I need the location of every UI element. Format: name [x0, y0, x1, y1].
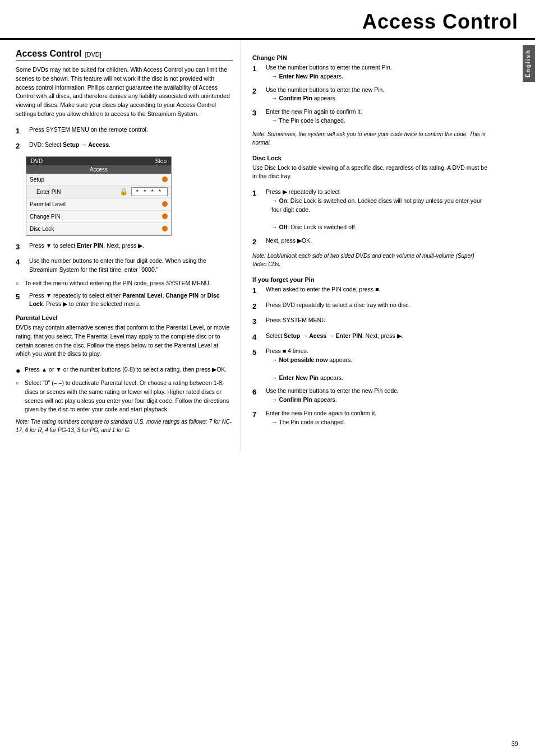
forget-pin-step-1: 1 When asked to enter the PIN code, pres… — [252, 285, 488, 296]
bullet-parental-2-symbol: ○ — [16, 379, 25, 388]
disc-lock-note: Note: Lock/unlock each side of two sided… — [252, 252, 488, 268]
forget-pin-step-2-text: Press DVD repeatedly to select a disc tr… — [266, 301, 488, 312]
left-column: Access Control [DVD] Some DVDs may not b… — [0, 40, 241, 451]
screen-row-parental: Parental Level — [26, 198, 171, 211]
disc-lock-step-2-text: Next, press ▶OK. — [266, 236, 488, 248]
screen-stop-label: Stop — [155, 158, 167, 164]
section-heading: Access Control [DVD] — [16, 49, 233, 61]
forget-pin-step-6: 6 Use the number buttons to enter the ne… — [252, 387, 488, 405]
bullet-parental-1-text: Press ▲ or ▼ or the number buttons (0-8)… — [25, 365, 233, 374]
step-4-num: 4 — [16, 257, 26, 275]
step-2-num: 2 — [16, 141, 26, 152]
step-3-text: Press ▼ to select Enter PIN. Next, press… — [29, 242, 233, 253]
arrow-disc-on: → On: Disc Lock is switched on. Locked d… — [266, 197, 488, 215]
arrow-pin-changed-1: → The Pin code is changed. — [266, 117, 488, 126]
change-pin-step-3-text: Enter the new Pin again to confirm it. →… — [266, 108, 488, 126]
forget-pin-step-7-text: Enter the new Pin code again to confirm … — [266, 409, 488, 427]
intro-paragraph: Some DVDs may not be suited for children… — [16, 66, 233, 119]
screen-disc-lock-label: Disc Lock — [30, 226, 160, 232]
arrow-enter-new-pin-2: → Enter New Pin appears. — [266, 374, 488, 383]
step-4: 4 Use the number buttons to enter the fo… — [16, 257, 233, 275]
forget-pin-step-3-text: Press SYSTEM MENU. — [266, 316, 488, 327]
forget-pin-title: If you forget your Pin — [252, 276, 488, 283]
arrow-not-possible: → Not possible now appears. — [266, 356, 488, 365]
change-pin-section: Change PIN 1 Use the number buttons to e… — [252, 54, 488, 147]
screen-setup-label: Setup — [30, 177, 160, 183]
forget-pin-step-4-num: 4 — [252, 332, 262, 343]
disc-lock-section: Disc Lock Use Disc Lock to disable viewi… — [252, 155, 488, 269]
page-title: Access Control — [0, 10, 518, 34]
screen-parental-dot — [162, 201, 168, 207]
screen-setup-dot — [162, 177, 168, 182]
step-5-num: 5 — [16, 291, 26, 309]
step-3: 3 Press ▼ to select Enter PIN. Next, pre… — [16, 242, 233, 253]
change-pin-step-3: 3 Enter the new Pin again to confirm it.… — [252, 108, 488, 126]
language-label: English — [523, 45, 535, 82]
change-pin-step-1-text: Use the number buttons to enter the curr… — [266, 63, 488, 81]
parental-level-note: Note: The rating numbers compare to stan… — [16, 418, 233, 434]
screen-pin-dots: * * * * — [131, 187, 168, 196]
disc-lock-step-2-num: 2 — [252, 236, 262, 248]
arrow-enter-new-pin: → Enter New Pin appears. — [266, 72, 488, 81]
bullet-exit-symbol: ○ — [16, 279, 25, 288]
bullet-parental-2-text: Select "0" (– –) to deactivate Parental … — [25, 379, 233, 414]
screen-diagram: DVD Stop Access Setup Enter PIN 🔒 * * * … — [26, 156, 172, 236]
forget-pin-step-1-text: When asked to enter the PIN code, press … — [266, 285, 488, 296]
screen-change-pin-label: Change PIN — [30, 214, 160, 220]
page-number: 39 — [511, 740, 518, 747]
screen-top-bar: DVD Stop — [26, 157, 171, 165]
change-pin-title: Change PIN — [252, 54, 488, 61]
page-header: Access Control — [0, 0, 535, 40]
forget-pin-step-5-num: 5 — [252, 347, 262, 382]
change-pin-note: Note: Sometimes, the system will ask you… — [252, 130, 488, 147]
arrow-confirm-pin-1: → Confirm Pin appears. — [266, 94, 488, 103]
change-pin-step-3-num: 3 — [252, 108, 262, 126]
screen-enter-pin-label: Enter PIN — [30, 189, 119, 195]
change-pin-step-2: 2 Use the number buttons to enter the ne… — [252, 86, 488, 104]
forget-pin-step-3-num: 3 — [252, 316, 262, 327]
step-3-num: 3 — [16, 242, 26, 253]
screen-menu-bar: Access — [26, 165, 171, 174]
step-4-text: Use the number buttons to enter the four… — [29, 257, 233, 275]
parental-level-section: Parental Level DVDs may contain alternat… — [16, 314, 233, 434]
change-pin-step-1-num: 1 — [252, 63, 262, 81]
screen-parental-label: Parental Level — [30, 201, 160, 207]
disc-lock-title: Disc Lock — [252, 155, 488, 161]
arrow-disc-off: → Off: Disc Lock is switched off. — [266, 223, 488, 232]
step-5-text: Press ▼ repeatedly to select either Pare… — [29, 291, 233, 309]
bullet-exit-menu: ○ To exit the menu without entering the … — [16, 279, 233, 288]
screen-dvd-label: DVD — [31, 158, 43, 164]
change-pin-step-1: 1 Use the number buttons to enter the cu… — [252, 63, 488, 81]
bullet-exit-text: To exit the menu without entering the PI… — [25, 279, 233, 288]
disc-lock-step-2: 2 Next, press ▶OK. — [252, 236, 488, 248]
disc-lock-body: Use Disc Lock to disable viewing of a sp… — [252, 164, 488, 182]
disc-lock-step-1-text: Press ▶ repeatedly to select → On: Disc … — [266, 188, 488, 232]
bullet-parental-2: ○ Select "0" (– –) to deactivate Parenta… — [16, 379, 233, 414]
forget-pin-step-1-num: 1 — [252, 285, 262, 296]
screen-row-setup: Setup — [26, 174, 171, 186]
forget-pin-step-4-text: Select Setup → Acess → Enter PIN. Next, … — [266, 332, 488, 343]
forget-pin-step-3: 3 Press SYSTEM MENU. — [252, 316, 488, 327]
parental-level-title: Parental Level — [16, 314, 233, 321]
screen-pin-icon: 🔒 — [119, 188, 128, 196]
step-1-num: 1 — [16, 126, 26, 137]
screen-change-pin-dot — [162, 214, 168, 219]
change-pin-step-2-text: Use the number buttons to enter the new … — [266, 86, 488, 104]
change-pin-step-2-num: 2 — [252, 86, 262, 104]
step-1-text: Press SYSTEM MENU on the remote control. — [29, 126, 233, 137]
screen-disc-lock-dot — [162, 226, 168, 231]
disc-lock-step-1-num: 1 — [252, 188, 262, 232]
forget-pin-step-5-text: Press ■ 4 times. → Not possible now appe… — [266, 347, 488, 382]
step-2: 2 DVD: Select Setup → Access. — [16, 141, 233, 152]
forget-pin-step-7: 7 Enter the new Pin code again to confir… — [252, 409, 488, 427]
step-1: 1 Press SYSTEM MENU on the remote contro… — [16, 126, 233, 137]
bullet-parental-1: ● Press ▲ or ▼ or the number buttons (0-… — [16, 365, 233, 375]
dvd-tag: [DVD] — [85, 51, 101, 58]
forget-pin-step-2-num: 2 — [252, 301, 262, 312]
section-title-text: Access Control — [16, 49, 81, 59]
screen-row-change-pin: Change PIN — [26, 211, 171, 223]
screen-row-disc-lock: Disc Lock — [26, 223, 171, 235]
main-content: Access Control [DVD] Some DVDs may not b… — [0, 40, 535, 451]
parental-level-body: DVDs may contain alternative scenes that… — [16, 323, 233, 359]
forget-pin-section: If you forget your Pin 1 When asked to e… — [252, 276, 488, 426]
